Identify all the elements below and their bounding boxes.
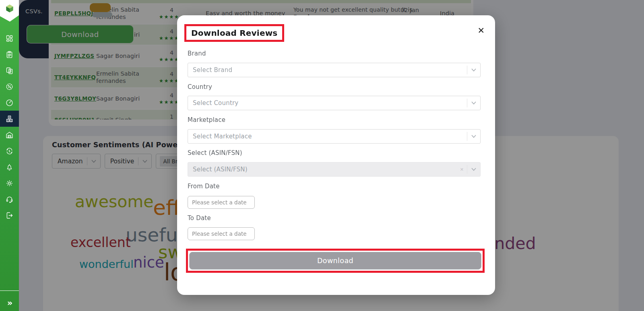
clipboard-icon	[5, 50, 14, 59]
asin-select[interactable]: Select (ASIN/FSN) ✕	[188, 162, 481, 177]
asin-label: Select (ASIN/FSN)	[188, 149, 242, 157]
documents-icon	[5, 66, 14, 75]
sidebar-item-settings[interactable]	[0, 175, 19, 191]
sidebar-item-reports[interactable]	[0, 46, 19, 62]
annotation-box-title: Download Reviews	[184, 24, 284, 42]
gauge-icon	[5, 99, 14, 107]
marketplace-select[interactable]: Select Marketplace	[188, 129, 481, 144]
app-logo	[0, 0, 19, 23]
to-date-label: To Date	[188, 214, 211, 222]
sidebar-item-dashboard[interactable]	[0, 30, 19, 46]
sidebar-item-notifications[interactable]	[0, 159, 19, 175]
money-sync-icon: $	[5, 147, 14, 155]
chevron-down-icon	[467, 68, 480, 72]
chevron-down-icon	[467, 135, 480, 138]
dashboard-icon	[5, 34, 14, 43]
country-select[interactable]: Select Country	[188, 96, 481, 110]
modal-title: Download Reviews	[191, 28, 277, 38]
sidebar-item-logout[interactable]	[0, 207, 19, 223]
sidebar-item-performance[interactable]	[0, 95, 19, 111]
sidebar-item-payments[interactable]: $	[0, 143, 19, 159]
marketplace-label: Marketplace	[188, 116, 225, 124]
to-date-input[interactable]	[188, 227, 255, 240]
sidebar-divider	[0, 290, 19, 291]
sidebar-item-warehouse[interactable]	[0, 127, 19, 143]
sidebar-item-products[interactable]	[0, 111, 19, 127]
chevron-down-icon	[467, 168, 480, 171]
sidebar-nav: $	[0, 30, 19, 223]
warehouse-icon	[5, 131, 14, 139]
svg-text:$: $	[8, 149, 10, 153]
brand-select[interactable]: Select Brand	[188, 63, 481, 77]
from-date-input[interactable]	[188, 196, 255, 209]
chevron-down-icon	[467, 101, 480, 105]
country-label: Country	[188, 83, 212, 91]
sidebar: $ »	[0, 0, 19, 311]
discount-icon	[5, 82, 14, 91]
sidebar-item-promotions[interactable]	[0, 78, 19, 95]
boxes-icon	[5, 115, 14, 123]
sidebar-expand-button[interactable]: »	[0, 298, 19, 308]
sidebar-item-invoices[interactable]	[0, 62, 19, 78]
gear-icon	[5, 179, 14, 187]
annotation-box-download: Download	[186, 249, 485, 273]
brand-label: Brand	[188, 50, 206, 57]
bell-icon	[5, 163, 14, 171]
from-date-label: From Date	[188, 183, 220, 190]
sidebar-item-support[interactable]	[0, 191, 19, 207]
modal-download-button[interactable]: Download	[189, 252, 481, 270]
clear-icon: ✕	[460, 167, 464, 172]
close-icon[interactable]: ✕	[477, 26, 485, 35]
download-reviews-modal: Download Reviews ✕ Brand Select Brand Co…	[177, 15, 495, 295]
cube-logo-icon	[4, 3, 15, 14]
headset-icon	[5, 195, 14, 204]
logout-icon	[5, 211, 14, 220]
